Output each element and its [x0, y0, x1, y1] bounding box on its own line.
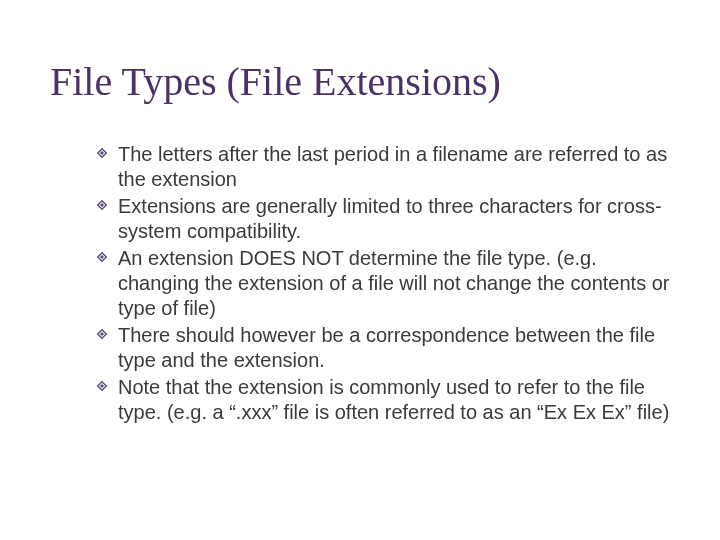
list-item: Extensions are generally limited to thre…	[96, 194, 670, 244]
bullet-text: Note that the extension is commonly used…	[118, 376, 669, 423]
diamond-bullet-icon	[96, 380, 108, 392]
svg-rect-1	[100, 151, 104, 155]
bullet-text: An extension DOES NOT determine the file…	[118, 247, 669, 319]
diamond-bullet-icon	[96, 251, 108, 263]
slide: File Types (File Extensions) The letters…	[0, 0, 720, 540]
bullet-text: The letters after the last period in a f…	[118, 143, 667, 190]
list-item: Note that the extension is commonly used…	[96, 375, 670, 425]
bullet-text: There should however be a correspondence…	[118, 324, 655, 371]
slide-title: File Types (File Extensions)	[50, 60, 670, 104]
svg-rect-5	[100, 255, 104, 259]
diamond-bullet-icon	[96, 147, 108, 159]
svg-rect-9	[100, 384, 104, 388]
diamond-bullet-icon	[96, 199, 108, 211]
bullet-list: The letters after the last period in a f…	[50, 142, 670, 425]
list-item: There should however be a correspondence…	[96, 323, 670, 373]
svg-rect-7	[100, 332, 104, 336]
list-item: An extension DOES NOT determine the file…	[96, 246, 670, 321]
diamond-bullet-icon	[96, 328, 108, 340]
svg-rect-3	[100, 203, 104, 207]
list-item: The letters after the last period in a f…	[96, 142, 670, 192]
bullet-text: Extensions are generally limited to thre…	[118, 195, 662, 242]
